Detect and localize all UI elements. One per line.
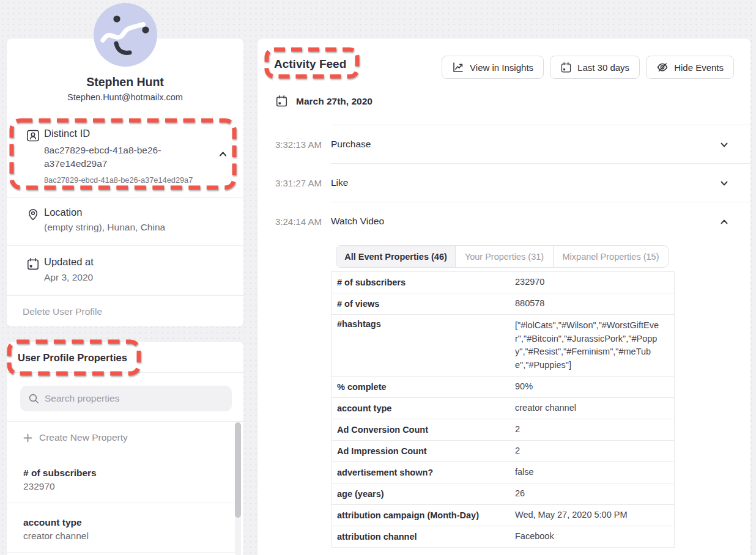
plus-icon [23, 433, 32, 443]
activity-feed-title: Activity Feed [274, 57, 346, 71]
divider [7, 502, 236, 502]
distinct-id-full: 8ac27829-ebcd-41a8-be26-a37e14ed29a7 [44, 175, 193, 185]
user-avatar [94, 3, 157, 67]
user-email: Stephen.Hunt@hotmailx.com [7, 92, 243, 102]
chevron-down-icon[interactable] [720, 141, 728, 149]
updated-at-value: Apr 3, 2020 [44, 272, 93, 283]
table-row: #hashtags ["#lolCats","#Wilson","#WorstG… [332, 315, 674, 377]
profile-panel: Stephen Hunt Stephen.Hunt@hotmailx.com D… [6, 38, 244, 327]
row-name: #hashtags [332, 315, 515, 333]
table-row: # of views 880578 [332, 293, 674, 315]
tab-mixpanel-properties[interactable]: Mixpanel Properties (15) [553, 246, 668, 267]
event-time: 3:32:13 AM [275, 139, 322, 150]
location-value: (empty string), Hunan, China [44, 222, 165, 233]
row-value: 2 [515, 444, 674, 458]
row-value: ["#lolCats","#Wilson","#WorstGiftEver","… [515, 315, 674, 376]
tab-all-event-properties[interactable]: All Event Properties (46) [336, 246, 455, 267]
date-label: March 27th, 2020 [296, 96, 372, 107]
table-row: attribution channel Facebook [332, 526, 674, 548]
divider [7, 552, 236, 553]
chevron-down-icon[interactable] [720, 179, 728, 188]
row-value: 26 [515, 487, 674, 501]
row-name: advertisement shown? [332, 468, 515, 477]
user-profile-page: Stephen Hunt Stephen.Hunt@hotmailx.com D… [0, 0, 756, 555]
calendar-icon [275, 95, 288, 108]
property-value: 232970 [23, 481, 55, 492]
distinct-id-value: 8ac27829-ebcd-41a8-be26-a37e14ed29a7 [44, 144, 217, 171]
row-name: attribution campaign (Month-Day) [332, 510, 515, 520]
eye-off-icon [656, 61, 669, 73]
scrollbar-thumb[interactable] [235, 422, 241, 518]
hide-events-button[interactable]: Hide Events [646, 56, 734, 79]
event-row[interactable]: 3:31:27 AM Like [258, 163, 750, 202]
location-label: Location [44, 207, 82, 218]
create-new-property-button[interactable]: Create New Property [23, 432, 128, 443]
event-row[interactable]: 3:24:14 AM Watch Video [258, 202, 750, 240]
table-row: # of subscribers 232970 [332, 272, 674, 293]
event-properties-tabs: All Event Properties (46) Your Propertie… [336, 245, 669, 268]
search-properties-bar[interactable] [20, 386, 232, 411]
row-value: 880578 [515, 297, 674, 311]
last-30-days-label: Last 30 days [577, 62, 629, 73]
row-value: creator channel [515, 402, 674, 415]
row-value: Facebook [515, 530, 674, 543]
hide-events-label: Hide Events [674, 62, 724, 73]
event-name: Like [331, 177, 348, 188]
row-name: attribution channel [332, 532, 515, 542]
divider [7, 295, 243, 296]
row-name: % complete [332, 382, 515, 392]
view-in-insights-label: View in Insights [470, 62, 533, 73]
table-row: Ad Conversion Count 2 [332, 419, 674, 441]
delete-user-profile-link[interactable]: Delete User Profile [23, 306, 102, 317]
event-name: Watch Video [331, 216, 384, 227]
property-value: creator channel [23, 531, 89, 542]
create-new-property-label: Create New Property [39, 432, 128, 443]
divider [7, 372, 243, 373]
event-time: 3:24:14 AM [275, 216, 322, 227]
line-chart-icon [452, 61, 464, 73]
id-card-icon [26, 129, 40, 142]
calendar-icon [26, 257, 40, 271]
row-value: 90% [515, 380, 674, 394]
row-name: Ad Impression Count [332, 446, 515, 456]
table-row: Ad Impression Count 2 [332, 441, 674, 462]
row-name: Ad Conversion Count [332, 425, 515, 435]
divider [7, 421, 243, 422]
row-value: false [515, 466, 674, 479]
distinct-id-label: Distinct ID [44, 128, 90, 139]
user-name: Stephen Hunt [7, 75, 243, 89]
event-properties-table: # of subscribers 232970 # of views 88057… [331, 271, 675, 548]
property-name: # of subscribers [23, 468, 97, 479]
date-header: March 27th, 2020 [275, 95, 372, 108]
view-in-insights-button[interactable]: View in Insights [442, 56, 544, 79]
table-row: % complete 90% [332, 377, 674, 398]
user-profile-properties-panel: User Profile Properties Create New Prope… [6, 341, 244, 555]
row-name: account type [332, 403, 515, 413]
search-icon [28, 393, 39, 404]
calendar-icon [560, 62, 572, 73]
tab-your-properties[interactable]: Your Properties (31) [455, 246, 553, 267]
divider [7, 245, 243, 246]
event-name: Purchase [331, 139, 371, 150]
updated-at-label: Updated at [44, 256, 94, 268]
table-row: age (years) 26 [332, 483, 674, 505]
row-name: # of subscribers [332, 278, 515, 287]
row-value: 2 [515, 423, 674, 436]
chevron-up-icon[interactable] [720, 218, 728, 226]
event-row[interactable]: 3:32:13 AM Purchase [258, 125, 750, 163]
property-name: account type [23, 517, 82, 528]
last-30-days-button[interactable]: Last 30 days [550, 56, 640, 79]
user-profile-properties-title: User Profile Properties [18, 352, 127, 364]
event-time: 3:31:27 AM [275, 178, 322, 188]
table-row: account type creator channel [332, 398, 674, 419]
location-pin-icon [26, 208, 40, 221]
chevron-up-icon[interactable] [218, 150, 228, 158]
divider [7, 197, 243, 198]
row-value: 232970 [515, 276, 674, 289]
table-row: attribution campaign (Month-Day) Wed, Ma… [332, 505, 674, 526]
search-properties-input[interactable] [45, 386, 226, 411]
activity-feed-toolbar: View in Insights Last 30 days [442, 56, 734, 79]
activity-feed-panel: Activity Feed View in Insights [257, 38, 751, 555]
table-row: advertisement shown? false [332, 462, 674, 483]
row-value: Wed, May 27, 2020 5:00 PM [515, 509, 674, 522]
